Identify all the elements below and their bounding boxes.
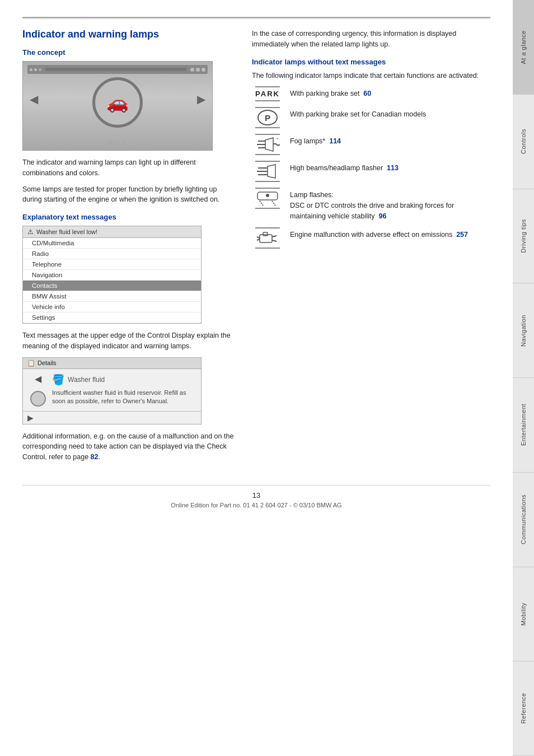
engine-indicator-text: Engine malfunction with adverse effect o… xyxy=(290,227,490,240)
warning-menu-list: CD/Multimedia Radio Telephone Navigation… xyxy=(23,238,201,323)
park-circle-top-line xyxy=(255,107,280,108)
highbeam-top-line xyxy=(255,161,280,162)
sidebar-item-mobility[interactable]: Mobility xyxy=(513,567,534,662)
svg-text:*: * xyxy=(277,137,278,142)
main-content: Indicator and warning lamps The concept xyxy=(0,0,513,525)
svg-point-10 xyxy=(266,194,269,197)
body-text-4-link[interactable]: 82 xyxy=(91,453,99,461)
details-screen: 📋 Details ◀ 🪣 Washer fluid Insufficient … xyxy=(22,357,202,424)
highbeam-svg xyxy=(255,164,280,179)
indicator-dsc: Lamp flashes: DSC or DTC controls the dr… xyxy=(252,188,490,221)
dash-dot-4 xyxy=(190,68,194,72)
indicator-park-circle: P With parking brake set for Canadian mo… xyxy=(252,107,490,128)
concept-heading: The concept xyxy=(22,48,235,57)
park-top-line xyxy=(255,86,280,87)
dash-ind-1 xyxy=(109,141,113,146)
left-column: Indicator and warning lamps The concept xyxy=(22,29,235,468)
engine-description: Engine malfunction with adverse effect o… xyxy=(290,231,452,239)
dsc-symbol xyxy=(255,190,280,206)
engine-link[interactable]: 257 xyxy=(456,231,468,239)
sidebar-item-navigation[interactable]: Navigation xyxy=(513,283,534,378)
park-link[interactable]: 60 xyxy=(363,90,371,97)
park-circle-description: With parking brake set for Canadian mode… xyxy=(290,110,426,118)
dash-dot-6 xyxy=(202,68,205,72)
fog-top-line xyxy=(255,134,280,135)
page-footer: 13 Online Edition for Part no. 01 41 2 6… xyxy=(22,485,490,508)
park-description: With parking brake set xyxy=(290,90,359,97)
indicator-park: PARK With parking brake set 60 xyxy=(252,86,490,101)
svg-line-9 xyxy=(272,201,275,206)
dash-dot-2 xyxy=(34,68,37,71)
dsc-indicator-text: Lamp flashes: DSC or DTC controls the dr… xyxy=(290,188,490,221)
engine-top-line xyxy=(255,227,280,228)
warning-header-text: Washer fluid level low! xyxy=(36,228,97,235)
right-column: In the case of corresponding urgency, th… xyxy=(252,29,490,468)
menu-item-vehicle-info[interactable]: Vehicle info xyxy=(23,302,201,312)
fog-link[interactable]: 114 xyxy=(329,137,341,145)
sidebar-item-communications[interactable]: Communications xyxy=(513,473,534,567)
park-circle-indicator-text: With parking brake set for Canadian mode… xyxy=(290,107,490,120)
menu-item-radio[interactable]: Radio xyxy=(23,249,201,259)
details-left-nav: ◀ xyxy=(30,374,46,407)
warning-screen-header: ⚠ Washer fluid level low! xyxy=(23,226,201,238)
sidebar-item-entertainment[interactable]: Entertainment xyxy=(513,378,534,473)
highbeam-description: High beams/headlamp flasher xyxy=(290,164,383,172)
dash-center-circle: 🚗 xyxy=(92,77,143,128)
details-description: Insufficient washer fluid in fluid reser… xyxy=(52,389,194,406)
body-text-4-main: Additional information, e.g. on the caus… xyxy=(22,432,233,461)
details-title-line: 🪣 Washer fluid xyxy=(52,374,194,386)
fog-bottom-line xyxy=(255,154,280,155)
indicator-highbeam: High beams/headlamp flasher 113 xyxy=(252,161,490,182)
body-text-4: Additional information, e.g. on the caus… xyxy=(22,431,235,463)
fog-indicator-text: Fog lamps* 114 xyxy=(290,134,490,147)
sidebar-item-controls[interactable]: Controls xyxy=(513,95,534,189)
details-nav-play[interactable]: ▶ xyxy=(27,413,34,422)
highbeam-indicator-text: High beams/headlamp flasher 113 xyxy=(290,161,490,174)
menu-item-telephone[interactable]: Telephone xyxy=(23,259,201,270)
engine-symbol-container xyxy=(252,227,283,249)
dash-right-arrow: ▶ xyxy=(197,92,205,106)
footer-text: Online Edition for Part no. 01 41 2 604 … xyxy=(22,502,490,508)
dsc-description: DSC or DTC controls the drive and brakin… xyxy=(290,202,454,220)
indicator-list: PARK With parking brake set 60 P xyxy=(252,86,490,248)
menu-item-cdmultimedia[interactable]: CD/Multimedia xyxy=(23,238,201,249)
sidebar-item-reference[interactable]: Reference xyxy=(513,661,534,756)
details-body: ◀ 🪣 Washer fluid Insufficient washer flu… xyxy=(23,369,201,411)
park-circle-symbol-container: P xyxy=(252,107,283,128)
svg-rect-12 xyxy=(263,232,268,236)
highbeam-link[interactable]: 113 xyxy=(387,164,399,172)
details-header: 📋 Details xyxy=(23,358,201,369)
park-circle-p: P xyxy=(265,113,270,123)
sidebar: At a glance Controls Driving tips Naviga… xyxy=(513,0,534,756)
sidebar-item-at-a-glance[interactable]: At a glance xyxy=(513,0,534,95)
highbeam-symbol-container xyxy=(252,161,283,182)
dash-dot-5 xyxy=(196,68,200,72)
body-text-1: The indicator and warning lamps can ligh… xyxy=(22,157,235,179)
park-circle-bottom-line xyxy=(255,127,280,128)
indicator-fog: * Fog lamps* 114 xyxy=(252,134,490,155)
details-back-arrow[interactable]: ◀ xyxy=(35,374,41,384)
details-icon: 📋 xyxy=(27,360,35,367)
columns-layout: Indicator and warning lamps The concept xyxy=(22,29,490,468)
details-knob[interactable] xyxy=(30,391,46,407)
dash-ind-3 xyxy=(122,141,127,146)
park-symbol-text: PARK xyxy=(255,88,280,99)
menu-item-settings[interactable]: Settings xyxy=(23,312,201,323)
park-circle-symbol: P xyxy=(257,110,278,125)
dsc-svg xyxy=(255,190,280,207)
dsc-bottom-line xyxy=(255,208,280,209)
indicator-engine: Engine malfunction with adverse effect o… xyxy=(252,227,490,249)
explanatory-heading: Explanatory text messages xyxy=(22,213,235,221)
body-text-4-end: . xyxy=(99,453,100,461)
menu-item-navigation[interactable]: Navigation xyxy=(23,270,201,281)
dash-left-arrow: ◀ xyxy=(30,92,38,106)
dsc-link[interactable]: 96 xyxy=(378,212,386,220)
fog-description: Fog lamps* xyxy=(290,137,327,145)
menu-item-bmw-assist[interactable]: BMW Assist xyxy=(23,291,201,302)
park-indicator-text: With parking brake set 60 xyxy=(290,86,490,99)
dsc-top-line xyxy=(255,188,280,189)
highbeam-bottom-line xyxy=(255,181,280,182)
menu-item-contacts[interactable]: Contacts xyxy=(23,281,201,291)
sidebar-item-driving-tips[interactable]: Driving tips xyxy=(513,189,534,284)
svg-line-14 xyxy=(272,240,277,241)
